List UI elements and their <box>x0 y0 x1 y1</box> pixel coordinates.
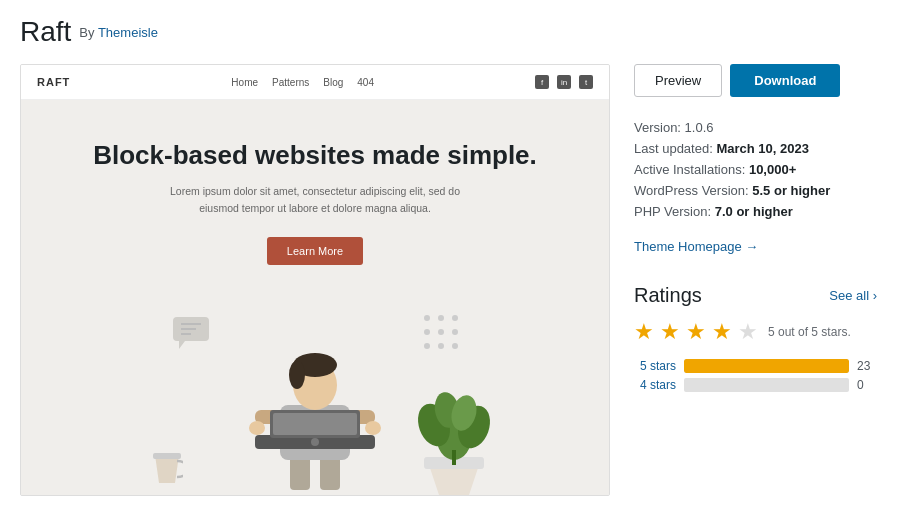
coffee-cup-decoration <box>151 445 183 485</box>
person-illustration <box>215 310 415 495</box>
main-layout: RAFT Home Patterns Blog 404 f in t Block… <box>20 64 877 496</box>
twitter-icon: t <box>579 75 593 89</box>
nav-link-home: Home <box>231 77 258 88</box>
nav-link-404: 404 <box>357 77 374 88</box>
stars-score-label: 5 out of 5 stars. <box>768 325 851 339</box>
bar-fill-5stars <box>684 359 849 373</box>
star-3: ★ <box>686 319 706 345</box>
bar-count-4stars: 0 <box>857 378 877 392</box>
svg-point-5 <box>424 315 430 321</box>
svg-point-7 <box>452 315 458 321</box>
star-5: ★ <box>738 319 758 345</box>
author-link[interactable]: Themeisle <box>98 25 158 40</box>
bar-track-4stars <box>684 378 849 392</box>
svg-marker-4 <box>179 341 185 349</box>
theme-nav: RAFT Home Patterns Blog 404 f in t <box>21 65 609 100</box>
action-buttons: Preview Download <box>634 64 877 97</box>
ratings-section: Ratings See all › ★ ★ ★ ★ ★ 5 out of 5 s… <box>634 284 877 392</box>
theme-nav-links: Home Patterns Blog 404 <box>231 77 374 88</box>
nav-link-blog: Blog <box>323 77 343 88</box>
rating-bar-5stars: 5 stars 23 <box>634 359 877 373</box>
theme-nav-social-icons: f in t <box>535 75 593 89</box>
instagram-icon: in <box>557 75 571 89</box>
ratings-title: Ratings <box>634 284 702 307</box>
svg-point-13 <box>452 343 458 349</box>
theme-preview-panel: RAFT Home Patterns Blog 404 f in t Block… <box>20 64 610 496</box>
stars-row: ★ ★ ★ ★ ★ 5 out of 5 stars. <box>634 319 877 345</box>
rating-bar-4stars: 4 stars 0 <box>634 378 877 392</box>
star-2: ★ <box>660 319 680 345</box>
svg-point-6 <box>438 315 444 321</box>
theme-hero: Block-based websites made simple. Lorem … <box>21 100 609 495</box>
svg-point-19 <box>289 361 305 389</box>
svg-point-12 <box>438 343 444 349</box>
meta-php-version: PHP Version: 7.0 or higher <box>634 201 877 222</box>
nav-link-patterns: Patterns <box>272 77 309 88</box>
download-button[interactable]: Download <box>730 64 840 97</box>
svg-point-22 <box>249 421 265 435</box>
meta-updated: Last updated: March 10, 2023 <box>634 138 877 159</box>
bar-label-4stars: 4 stars <box>634 378 676 392</box>
svg-point-11 <box>424 343 430 349</box>
svg-rect-35 <box>153 453 181 459</box>
svg-point-23 <box>365 421 381 435</box>
see-all-link[interactable]: See all › <box>829 288 877 303</box>
ratings-header: Ratings See all › <box>634 284 877 307</box>
facebook-icon: f <box>535 75 549 89</box>
meta-wp-version: WordPress Version: 5.5 or higher <box>634 180 877 201</box>
theme-nav-logo: RAFT <box>37 76 70 88</box>
dots-decoration <box>419 310 479 360</box>
by-label: By Themeisle <box>79 25 158 40</box>
plant-decoration <box>409 375 499 495</box>
svg-rect-34 <box>452 450 456 465</box>
hero-title: Block-based websites made simple. <box>51 140 579 171</box>
svg-point-8 <box>424 329 430 335</box>
bar-track-5stars <box>684 359 849 373</box>
svg-point-10 <box>452 329 458 335</box>
star-4: ★ <box>712 319 732 345</box>
page-header: Raft By Themeisle <box>20 16 877 48</box>
theme-homepage-link[interactable]: Theme Homepage → <box>634 239 758 254</box>
meta-list: Version: 1.0.6 Last updated: March 10, 2… <box>634 117 877 222</box>
meta-installs: Active Installations: 10,000+ <box>634 159 877 180</box>
star-1: ★ <box>634 319 654 345</box>
preview-button[interactable]: Preview <box>634 64 722 97</box>
meta-version: Version: 1.0.6 <box>634 117 877 138</box>
svg-rect-26 <box>273 413 357 435</box>
hero-learn-more-button[interactable]: Learn More <box>267 237 363 265</box>
theme-title: Raft <box>20 16 71 48</box>
svg-point-27 <box>311 438 319 446</box>
svg-point-9 <box>438 329 444 335</box>
sidebar-info: Preview Download Version: 1.0.6 Last upd… <box>634 64 877 397</box>
hero-illustration <box>51 295 579 495</box>
bar-count-5stars: 23 <box>857 359 877 373</box>
speech-bubble-icon <box>171 315 211 350</box>
bar-label-5stars: 5 stars <box>634 359 676 373</box>
hero-subtitle: Lorem ipsum dolor sit amet, consectetur … <box>165 183 465 217</box>
